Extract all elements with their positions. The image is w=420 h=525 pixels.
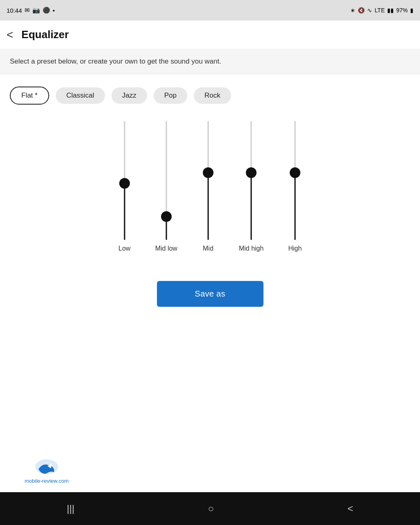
battery-icon: ▮ (410, 7, 413, 14)
status-bar: 10:44 ✉ 📷 ⚫ • ∗ 🔇 ∿ LTE ▮▮ 97% ▮ (0, 0, 420, 21)
eq-section: LowMid lowMidMid highHigh (0, 113, 420, 269)
eq-band-midlow[interactable]: Mid low (155, 121, 177, 256)
preset-pill-rock[interactable]: Rock (194, 87, 231, 104)
subtitle-banner: Select a preset below, or create your ow… (0, 49, 420, 74)
slider-line-high (294, 172, 295, 240)
spotify-icon: ⚫ (43, 7, 50, 14)
eq-band-label-midhigh: Mid high (239, 245, 263, 252)
slider-thumb-midlow[interactable] (161, 211, 172, 222)
eq-band-low[interactable]: Low (118, 121, 131, 256)
eq-band-midhigh[interactable]: Mid high (239, 121, 263, 256)
slider-thumb-low[interactable] (119, 178, 130, 189)
lte-icon: LTE (375, 7, 385, 14)
slider-thumb-high[interactable] (290, 167, 300, 178)
page-title: Equalizer (21, 28, 69, 41)
preset-pill-jazz[interactable]: Jazz (111, 87, 147, 104)
eq-band-label-mid: Mid (203, 245, 213, 252)
eq-band-mid[interactable]: Mid (202, 121, 214, 256)
signal-bars-icon: ▮▮ (387, 7, 394, 14)
mute-icon: 🔇 (358, 7, 365, 14)
signal-icon: ✉ (25, 7, 30, 14)
bottom-nav: ||| ○ < (0, 492, 420, 525)
dot-icon: • (53, 7, 55, 14)
nav-home-icon[interactable]: ○ (208, 503, 214, 514)
time: 10:44 (7, 7, 22, 14)
back-button[interactable]: < (7, 28, 13, 41)
bluetooth-icon: ∗ (350, 7, 355, 14)
watermark-text: mobile-review.com (25, 478, 69, 484)
save-as-button[interactable]: Save as (157, 281, 263, 307)
top-bar: < Equalizer (0, 21, 420, 49)
slider-thumb-midhigh[interactable] (246, 167, 257, 178)
nav-recent-icon[interactable]: ||| (67, 503, 75, 514)
save-button-container: Save as (0, 269, 420, 315)
eq-band-high[interactable]: High (288, 121, 302, 256)
presets-row: Flat *ClassicalJazzPopRock (0, 74, 420, 113)
wifi-icon: ∿ (367, 7, 372, 14)
watermark: mobile-review.com (25, 458, 69, 484)
slider-line-mid (207, 172, 209, 240)
eq-band-label-low: Low (118, 245, 130, 252)
slider-line-midhigh (251, 172, 252, 240)
eq-band-label-high: High (288, 245, 302, 252)
preset-pill-flat[interactable]: Flat * (10, 87, 49, 105)
preset-pill-pop[interactable]: Pop (154, 87, 187, 104)
preset-pill-classical[interactable]: Classical (56, 87, 105, 104)
slider-thumb-mid[interactable] (203, 167, 213, 178)
battery-level: 97% (396, 7, 408, 14)
eq-band-label-midlow: Mid low (155, 245, 177, 252)
slider-line-low (124, 183, 125, 240)
nav-back-icon[interactable]: < (347, 503, 353, 514)
image-icon: 📷 (32, 7, 40, 14)
